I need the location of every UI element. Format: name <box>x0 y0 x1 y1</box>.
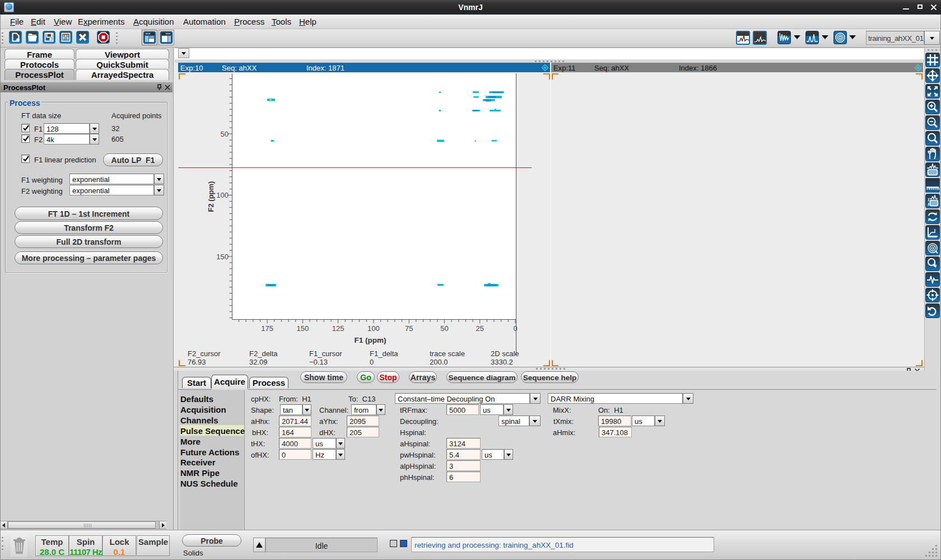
svg-text:100: 100 <box>216 191 229 199</box>
svg-text:F1 (ppm): F1 (ppm) <box>355 336 386 344</box>
svg-text:25: 25 <box>476 324 483 333</box>
svg-text:125: 125 <box>332 324 344 333</box>
svg-text:200.0: 200.0 <box>430 358 448 366</box>
svg-text:2D scale: 2D scale <box>491 349 519 358</box>
svg-text:32.09: 32.09 <box>249 358 268 366</box>
svg-text:175: 175 <box>261 324 273 333</box>
svg-text:50: 50 <box>440 324 448 333</box>
svg-text:F2 (ppm): F2 (ppm) <box>207 181 215 212</box>
svg-text:F1_cursor: F1_cursor <box>309 349 342 358</box>
svg-text:−0.13: −0.13 <box>309 358 328 366</box>
svg-text:150: 150 <box>216 253 229 261</box>
svg-text:50: 50 <box>221 130 229 138</box>
svg-text:150: 150 <box>297 324 309 333</box>
svg-text:trace scale: trace scale <box>430 349 465 358</box>
svg-text:76.93: 76.93 <box>188 358 206 366</box>
svg-text:F1_delta: F1_delta <box>370 349 398 358</box>
svg-text:75: 75 <box>405 324 413 333</box>
svg-text:3330.2: 3330.2 <box>491 358 513 366</box>
svg-text:F2_cursor: F2_cursor <box>188 349 221 358</box>
svg-text:F2_delta: F2_delta <box>249 349 278 358</box>
svg-text:0: 0 <box>370 358 374 366</box>
svg-text:0: 0 <box>513 324 517 333</box>
svg-text:100: 100 <box>367 324 380 333</box>
